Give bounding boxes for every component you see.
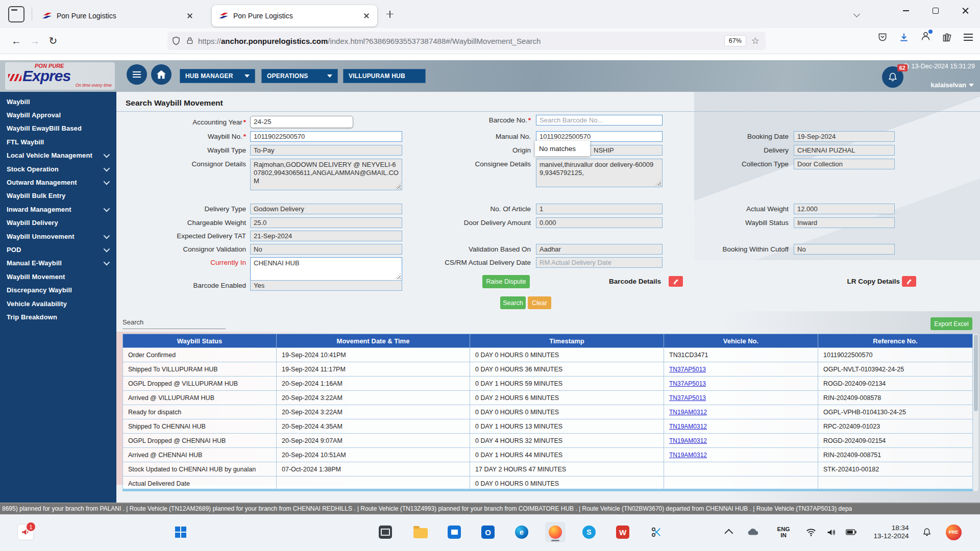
vehicle-link[interactable]: TN37AP5013 <box>669 380 706 387</box>
sidebar-item-discrepancy-waybill[interactable]: Discrepancy Waybill <box>0 283 116 296</box>
sidebar-item-waybill-bulk-entry[interactable]: Waybill Bulk Entry <box>0 189 116 203</box>
sidebar-item-label: Waybill Unmovement <box>7 233 75 240</box>
bookmark-star-icon[interactable]: ☆ <box>751 35 760 46</box>
vehicle-link[interactable]: TN19AM0312 <box>669 423 707 430</box>
chevron-down-icon <box>244 74 250 78</box>
currently-in-textarea[interactable]: CHENNAI HUB <box>250 257 402 281</box>
datetime-cell: 20-Sep-2024 10:51AM <box>277 448 470 462</box>
scrollbar-thumb[interactable] <box>974 335 978 411</box>
outlook-icon[interactable]: O <box>478 522 498 542</box>
skype-icon[interactable]: S <box>579 522 599 542</box>
table-vertical-scrollbar[interactable] <box>973 334 978 491</box>
waybill-no-input[interactable]: 10119022500570 <box>250 131 402 142</box>
language-indicator[interactable]: ENGIN <box>772 522 795 542</box>
browser-tab-1[interactable]: Pon Pure Logistics <box>35 5 201 27</box>
window-minimize-button[interactable] <box>891 0 921 21</box>
consignee-details-textarea[interactable]: manivel,thiruvallur door delivery-600099… <box>536 159 663 187</box>
vehicle-link[interactable]: TN37AP5013 <box>669 366 706 373</box>
module-dropdown[interactable]: OPERATIONS <box>261 69 338 83</box>
url-bar[interactable]: https://anchor.ponpurelogistics.com/inde… <box>167 32 766 50</box>
wifi-icon[interactable] <box>801 522 821 542</box>
vehicle-link[interactable]: TN19AM0312 <box>669 409 707 416</box>
back-button[interactable]: ← <box>7 35 26 47</box>
menu-icon[interactable] <box>964 34 973 41</box>
tray-bell-icon[interactable] <box>918 522 936 542</box>
sidebar-item-outward-management[interactable]: Outward Management <box>0 176 116 189</box>
browser-tab-2[interactable]: Pon Pure Logistics <box>212 5 377 27</box>
lock-icon[interactable] <box>186 36 194 45</box>
sidebar-item-waybill-approval[interactable]: Waybill Approval <box>0 108 116 121</box>
firefox-icon[interactable] <box>545 522 566 542</box>
window-close-button[interactable] <box>950 0 980 21</box>
resize-grip-icon[interactable] <box>655 180 661 186</box>
export-excel-button[interactable]: Export Excel <box>930 317 972 330</box>
notifications-button[interactable]: 62 <box>882 66 903 88</box>
vehicle-link[interactable]: TN37AP5013 <box>669 394 706 402</box>
sidebar-item-ftl-waybill[interactable]: FTL Waybill <box>0 135 116 148</box>
vehicle-link[interactable]: TN19AM0312 <box>669 437 707 444</box>
cs-rm-actual-delivery-date-field: RM Actual Delivery Date <box>536 257 663 268</box>
account-icon[interactable] <box>920 31 931 43</box>
module-dropdown-value: OPERATIONS <box>267 72 308 80</box>
battery-icon[interactable] <box>841 522 861 542</box>
sidebar-item-local-vehicle-management[interactable]: Local Vehicle Management <box>0 149 116 162</box>
menu-toggle-button[interactable] <box>127 64 147 85</box>
sidebar-item-inward-management[interactable]: Inward Management <box>0 203 116 216</box>
shield-icon[interactable] <box>172 36 181 45</box>
manual-no-input[interactable]: 10119022500570 <box>536 131 663 142</box>
notification-app-icon[interactable]: 1 <box>15 522 36 542</box>
new-tab-button[interactable] <box>382 7 398 22</box>
sidebar-item-manual-e-waybill[interactable]: Manual E-Waybill <box>0 257 116 270</box>
results-search-input[interactable] <box>122 329 226 329</box>
sidebar-item-trip-breakdown[interactable]: Trip Breakdown <box>0 310 116 323</box>
tray-chevron-up[interactable] <box>721 522 739 542</box>
sidebar-item-vehicle-availability[interactable]: Vehicle Availability <box>0 297 116 310</box>
file-explorer-icon[interactable] <box>410 522 431 542</box>
sidebar-item-waybill-delivery[interactable]: Waybill Delivery <box>0 216 116 230</box>
zoom-level-badge[interactable]: 67% <box>724 35 746 46</box>
extensions-icon[interactable] <box>942 32 952 42</box>
start-button[interactable] <box>170 522 191 542</box>
search-button[interactable]: Search <box>500 296 526 309</box>
sidebar-item-stock-operation[interactable]: Stock Operation <box>0 162 116 176</box>
barcode-details-edit-button[interactable] <box>669 276 683 287</box>
hub-dropdown[interactable]: VILLUPURAM HUB <box>343 69 426 83</box>
wps-office-icon[interactable]: W <box>612 522 633 542</box>
consignor-details-textarea[interactable]: Rajmohan,GODOWN DELIVERY @ NEYVELI-60780… <box>250 159 402 190</box>
resize-grip-icon[interactable] <box>395 273 401 279</box>
sidebar-item-waybill-unmovement[interactable]: Waybill Unmovement <box>0 230 116 243</box>
task-view-icon[interactable] <box>375 522 396 542</box>
lr-copy-details-edit-button[interactable] <box>902 276 916 287</box>
tab-close-icon[interactable] <box>361 10 372 21</box>
pre-status-badge[interactable]: PRE <box>942 522 965 542</box>
edge-icon[interactable]: e <box>511 522 532 542</box>
raise-dispute-button[interactable]: Raise Dispute <box>482 275 530 288</box>
home-button[interactable] <box>151 64 172 85</box>
accounting-year-select[interactable]: 24-25 <box>250 116 353 128</box>
vehicle-cell: TN19AM0312 <box>664 419 818 434</box>
sidebar-item-waybill-movement[interactable]: Waybill Movement <box>0 270 116 283</box>
firefox-view-icon[interactable] <box>8 6 24 22</box>
reload-button[interactable]: ↻ <box>44 35 62 47</box>
microsoft-store-icon[interactable] <box>444 522 464 542</box>
role-dropdown[interactable]: HUB MANAGER <box>180 69 255 83</box>
pocket-icon[interactable] <box>877 32 888 42</box>
resize-grip-icon[interactable] <box>395 183 401 189</box>
downloads-icon[interactable] <box>899 32 909 42</box>
user-menu[interactable]: kalaiselvan <box>931 81 974 89</box>
window-restore-button[interactable] <box>921 0 950 21</box>
clear-button[interactable]: Clear <box>528 296 551 309</box>
table-bottom-scrollbar[interactable] <box>122 489 972 491</box>
barcode-no-input[interactable]: Search Barcode No... <box>536 115 663 126</box>
tab-close-icon[interactable] <box>184 10 195 21</box>
list-all-tabs-icon[interactable] <box>853 10 861 17</box>
volume-icon[interactable] <box>822 522 840 542</box>
sidebar-item-pod[interactable]: POD <box>0 243 116 256</box>
sidebar-item-waybill[interactable]: Waybill <box>0 95 116 108</box>
vehicle-link[interactable]: TN19AM0312 <box>669 452 707 459</box>
snipping-tool-icon[interactable] <box>646 522 667 542</box>
forward-button[interactable]: → <box>26 35 44 47</box>
clock-tray[interactable]: 18:3413-12-2024 <box>868 522 915 542</box>
sidebar-item-waybill-ewaybill-based[interactable]: Waybill EwayBill Based <box>0 122 116 135</box>
onedrive-icon[interactable] <box>743 522 763 542</box>
